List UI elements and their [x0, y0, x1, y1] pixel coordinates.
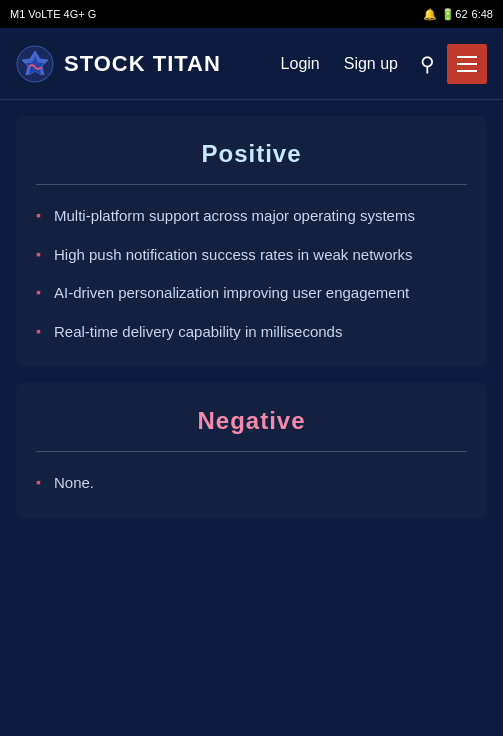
status-bar-right: 🔔 🔋62 6:48	[423, 8, 493, 21]
hamburger-line-3	[457, 70, 477, 72]
navbar-links: Login Sign up ⚲	[271, 44, 487, 84]
hamburger-line-1	[457, 56, 477, 58]
brand-title: STOCK TITAN	[64, 51, 221, 77]
list-item: None.	[36, 472, 467, 495]
search-button[interactable]: ⚲	[412, 46, 443, 82]
alarm-icon: 🔔	[423, 8, 437, 21]
positive-card: Positive Multi-platform support across m…	[16, 116, 487, 367]
list-item: AI-driven personalization improving user…	[36, 282, 467, 305]
negative-card-divider	[36, 451, 467, 452]
negative-card-title: Negative	[36, 407, 467, 435]
login-link[interactable]: Login	[271, 49, 330, 79]
positive-card-divider	[36, 184, 467, 185]
time-display: 6:48	[472, 8, 493, 20]
positive-items-list: Multi-platform support across major oper…	[36, 205, 467, 343]
signup-link[interactable]: Sign up	[334, 49, 408, 79]
negative-items-list: None.	[36, 472, 467, 495]
menu-button[interactable]	[447, 44, 487, 84]
negative-card: Negative None.	[16, 383, 487, 519]
navbar: STOCK TITAN Login Sign up ⚲	[0, 28, 503, 100]
list-item: High push notification success rates in …	[36, 244, 467, 267]
main-content: Positive Multi-platform support across m…	[0, 100, 503, 551]
status-bar-left: M1 VoLTE 4G+ G	[10, 8, 96, 20]
list-item: Real-time delivery capability in millise…	[36, 321, 467, 344]
negative-title-text: Negative	[197, 407, 305, 434]
carrier-info: M1 VoLTE 4G+ G	[10, 8, 96, 20]
positive-title-text: Positive	[201, 140, 301, 167]
brand-container: STOCK TITAN	[16, 45, 271, 83]
hamburger-line-2	[457, 63, 477, 65]
list-item: Multi-platform support across major oper…	[36, 205, 467, 228]
positive-card-title: Positive	[36, 140, 467, 168]
battery-icon: 🔋62	[441, 8, 467, 21]
brand-logo-icon	[16, 45, 54, 83]
status-bar: M1 VoLTE 4G+ G 🔔 🔋62 6:48	[0, 0, 503, 28]
search-icon: ⚲	[420, 52, 435, 76]
